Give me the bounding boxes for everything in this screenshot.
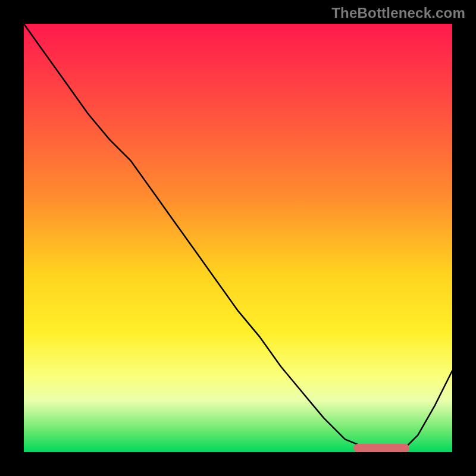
curve-path [24,24,452,452]
optimal-range-marker [353,444,409,452]
watermark-text: TheBottleneck.com [331,5,465,21]
chart-frame: TheBottleneck.com [0,0,476,476]
plot-area [24,24,452,452]
bottleneck-curve [24,24,452,452]
